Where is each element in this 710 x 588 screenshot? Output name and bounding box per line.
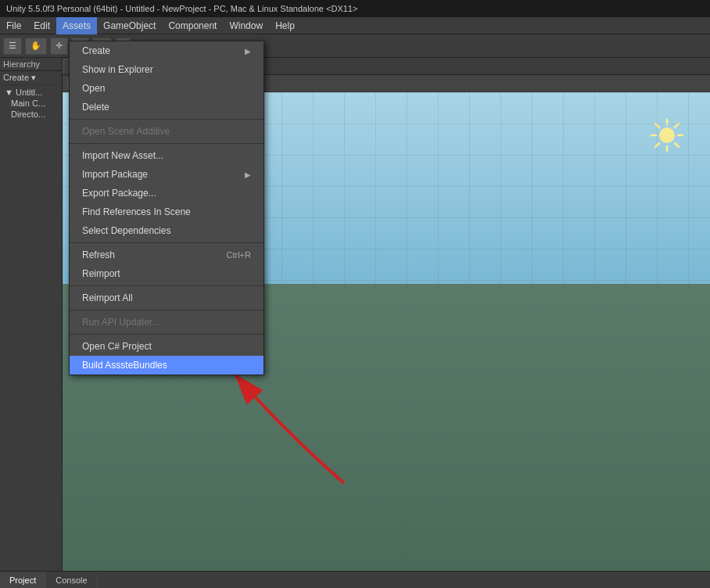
toolbar-menu-btn[interactable]: ☰: [3, 38, 22, 55]
hierarchy-item-directional[interactable]: Directo...: [3, 109, 59, 120]
menu-edit[interactable]: Edit: [27, 17, 56, 34]
menu-create[interactable]: Create ▶: [70, 41, 264, 60]
menu-open[interactable]: Open: [70, 79, 264, 98]
separator-3: [70, 242, 264, 243]
refresh-shortcut: Ctrl+R: [227, 250, 251, 260]
sun-decoration: [647, 116, 687, 155]
menu-export-package[interactable]: Export Package...: [70, 184, 264, 203]
menu-show-in-explorer[interactable]: Show in Explorer: [70, 60, 264, 79]
bottom-tabs: Project Console: [0, 572, 710, 588]
separator-1: [70, 119, 264, 120]
title-text: Unity 5.5.0f3 Personal (64bit) - Untitle…: [6, 4, 357, 13]
hierarchy-panel: Hierarchy Create ▾ ▼ Untitl... Main C...…: [0, 58, 63, 571]
menu-file[interactable]: File: [0, 17, 27, 34]
menu-select-dependencies[interactable]: Select Dependencies: [70, 221, 264, 240]
red-arrow: [188, 366, 360, 491]
svg-point-0: [659, 127, 675, 143]
menu-gameobject[interactable]: GameObject: [97, 17, 162, 34]
separator-5: [70, 310, 264, 310]
svg-line-7: [675, 124, 679, 127]
menu-build-assste-bundles[interactable]: Build AsssteBundles: [70, 356, 264, 375]
sun-icon: [647, 116, 687, 155]
menu-window[interactable]: Window: [223, 17, 269, 34]
hierarchy-content: ▼ Untitl... Main C... Directo...: [0, 85, 62, 121]
import-package-arrow: ▶: [245, 170, 251, 179]
menu-import-package[interactable]: Import Package ▶: [70, 165, 264, 184]
menu-bar: File Edit Assets GameObject Component Wi…: [0, 17, 710, 34]
toolbar-hand-btn[interactable]: ✋: [25, 38, 47, 55]
menu-open-scene-additive: Open Scene Additive: [70, 122, 264, 141]
hierarchy-item-untitled[interactable]: ▼ Untitl...: [3, 87, 59, 98]
menu-import-new-asset[interactable]: Import New Asset...: [70, 146, 264, 165]
create-arrow: ▶: [245, 47, 251, 56]
hierarchy-header: Hierarchy: [0, 58, 62, 71]
menu-reimport[interactable]: Reimport: [70, 264, 264, 283]
tab-project[interactable]: Project: [0, 572, 46, 588]
svg-line-8: [655, 143, 659, 147]
menu-help[interactable]: Help: [269, 17, 301, 34]
menu-find-references[interactable]: Find References In Scene: [70, 203, 264, 221]
tab-console[interactable]: Console: [46, 572, 97, 588]
menu-run-api-updater: Run API Updater...: [70, 313, 264, 332]
assets-dropdown-menu: Create ▶ Show in Explorer Open Delete Op…: [69, 41, 264, 375]
menu-refresh[interactable]: Refresh Ctrl+R: [70, 246, 264, 264]
menu-delete[interactable]: Delete: [70, 98, 264, 117]
menu-assets[interactable]: Assets: [56, 17, 97, 34]
hierarchy-item-maincamera[interactable]: Main C...: [3, 98, 59, 109]
hierarchy-create-btn[interactable]: Create ▾: [3, 73, 36, 82]
menu-open-csharp-project[interactable]: Open C# Project: [70, 337, 264, 356]
toolbar-move-btn[interactable]: ✛: [50, 38, 68, 55]
separator-6: [70, 334, 264, 335]
svg-line-5: [655, 124, 659, 127]
separator-2: [70, 143, 264, 144]
svg-line-6: [675, 143, 679, 147]
menu-component[interactable]: Component: [162, 17, 223, 34]
menu-reimport-all[interactable]: Reimport All: [70, 289, 264, 307]
bottom-panel: Project Console Create ▾ ★ Favorites 🔍 A…: [0, 571, 710, 588]
title-bar: Unity 5.5.0f3 Personal (64bit) - Untitle…: [0, 0, 710, 17]
separator-4: [70, 285, 264, 286]
